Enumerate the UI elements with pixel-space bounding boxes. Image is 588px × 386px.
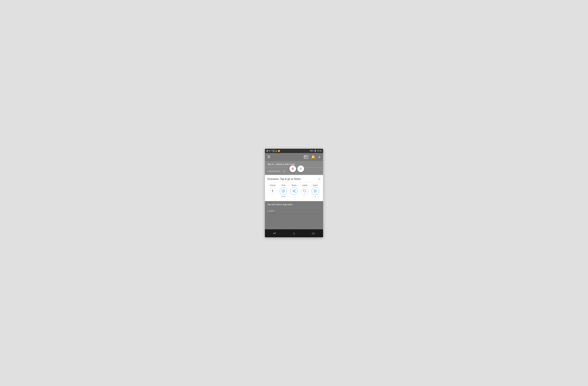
notes-icon bbox=[314, 189, 317, 193]
task-title: Groceries. Tap & go to Notes bbox=[267, 177, 301, 181]
status-right: 45% 🔋 22:16 bbox=[310, 150, 322, 152]
grid-icon: ⠿ bbox=[271, 150, 272, 152]
add-task-button[interactable]: + bbox=[318, 155, 321, 159]
time-action[interactable]: Time 0:00 bbox=[279, 184, 288, 198]
task-hint-text: Tap on + above to add a task bbox=[267, 163, 295, 165]
svg-point-8 bbox=[294, 192, 295, 193]
whatsapp-icon: W bbox=[269, 150, 270, 152]
tomorrow-number: . 13 bbox=[282, 170, 285, 172]
later-section: LATER bbox=[265, 208, 323, 214]
fab-overlay: 🗑 ab bbox=[289, 165, 304, 172]
svg-point-7 bbox=[293, 191, 294, 192]
clock-icon bbox=[281, 189, 285, 193]
share-circle bbox=[290, 187, 298, 195]
svg-line-5 bbox=[283, 191, 284, 191]
svg-line-10 bbox=[294, 190, 294, 191]
nfc-icon: N bbox=[273, 150, 274, 152]
share-icon bbox=[292, 189, 296, 193]
header-right: 🔔 + bbox=[304, 155, 321, 159]
notes-label: Notes bbox=[313, 184, 317, 186]
priority-icon: ! bbox=[272, 189, 273, 193]
vpn-icon: 🔒 bbox=[275, 150, 277, 152]
wifi-icon: 📶 bbox=[278, 150, 280, 152]
time-label: Time bbox=[281, 184, 285, 186]
task-detail-card: Groceries. Tap & go to Notes ✏ Priority … bbox=[265, 175, 323, 201]
delete-fab-button[interactable]: 🗑 bbox=[289, 165, 296, 172]
image-icon: 🖼 bbox=[266, 150, 268, 152]
priority-label: Priority bbox=[270, 184, 275, 186]
phone-frame: 🖼 W ⠿ N 🔒 📶 45% 🔋 22:16 ☰ 🔔 + bbox=[265, 149, 323, 237]
recents-button[interactable]: ▭ bbox=[309, 231, 318, 235]
notes-circle bbox=[312, 187, 319, 195]
back-icon: ↩ bbox=[273, 231, 276, 235]
labels-value: - bbox=[304, 196, 305, 198]
status-icons: 🖼 W ⠿ N 🔒 📶 bbox=[266, 150, 280, 152]
svg-line-9 bbox=[294, 191, 294, 192]
action-buttons-row: Priority ! Time 0:00 bbox=[267, 182, 321, 199]
bell-icon[interactable]: 🔔 bbox=[311, 155, 315, 159]
time-value: 0:00 bbox=[282, 196, 285, 198]
priority-value bbox=[273, 196, 273, 198]
rename-fab-button[interactable]: ab bbox=[297, 165, 304, 172]
empty-content-area bbox=[265, 214, 323, 229]
home-button[interactable]: ⌂ bbox=[289, 231, 299, 235]
delete-icon: 🗑 bbox=[291, 167, 294, 171]
back-button[interactable]: ↩ bbox=[270, 231, 279, 235]
labels-label: Labels bbox=[302, 184, 307, 186]
tomorrow-bar: TOMORROW . 13 🗑 ab bbox=[265, 168, 323, 175]
recents-icon: ▭ bbox=[312, 231, 315, 235]
menu-icon[interactable]: ☰ bbox=[267, 155, 271, 159]
tag-icon bbox=[303, 189, 306, 193]
labels-action[interactable]: Labels - bbox=[300, 184, 309, 198]
time-circle bbox=[280, 187, 287, 195]
clock-time: 22:16 bbox=[317, 150, 322, 152]
task-edit-button[interactable]: ✏ bbox=[318, 177, 321, 181]
battery-icon: 🔋 bbox=[314, 150, 316, 152]
drag-hint: Tap and hold to drag tasks bbox=[265, 201, 323, 208]
priority-circle: ! bbox=[269, 187, 276, 195]
app-header: ☰ 🔔 + bbox=[265, 153, 323, 161]
drag-hint-text: Tap and hold to drag tasks bbox=[267, 203, 293, 206]
status-bar: 🖼 W ⠿ N 🔒 📶 45% 🔋 22:16 bbox=[265, 149, 323, 153]
priority-action[interactable]: Priority ! bbox=[268, 184, 277, 198]
svg-point-6 bbox=[294, 190, 295, 191]
task-title-row: Groceries. Tap & go to Notes ✏ bbox=[267, 177, 321, 182]
notes-action[interactable]: Notes 4 bbox=[311, 184, 320, 198]
home-icon: ⌂ bbox=[293, 231, 295, 235]
share-action[interactable]: Share - bbox=[289, 184, 299, 198]
bottom-task-area: Tap and hold to drag tasks LATER bbox=[265, 201, 323, 229]
share-value: - bbox=[294, 196, 294, 198]
share-label: Share bbox=[292, 184, 296, 186]
checklist-icon[interactable] bbox=[304, 155, 308, 159]
labels-circle bbox=[301, 187, 308, 195]
battery-percentage: 45% bbox=[310, 150, 314, 152]
nav-bar: ↩ ⌂ ▭ bbox=[265, 229, 323, 237]
tomorrow-label: TOMORROW bbox=[267, 170, 280, 172]
notes-value: 4 bbox=[315, 196, 316, 198]
rename-icon: ab bbox=[300, 168, 302, 170]
later-label: LATER bbox=[267, 210, 274, 212]
